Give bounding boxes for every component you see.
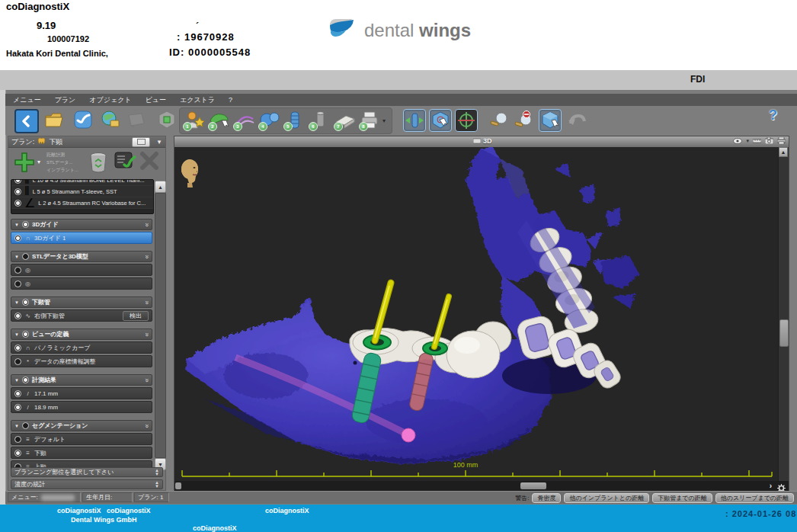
- axes-tool[interactable]: [455, 109, 478, 132]
- checklist-button[interactable]: [114, 151, 136, 174]
- scroll-thumb[interactable]: [520, 482, 546, 489]
- remove-disabled-button[interactable]: [139, 151, 161, 172]
- workflow-implant-icon[interactable]: 5: [283, 110, 306, 131]
- workflow-dropdown-caret[interactable]: ▾: [382, 117, 386, 124]
- view-type-icon: [473, 138, 481, 144]
- eye-dropdown-caret[interactable]: ▾: [746, 138, 749, 144]
- undo-button[interactable]: [566, 109, 587, 130]
- add-object-menu-preview: 距離計測 STLデータ... インプラント...: [46, 151, 86, 174]
- printer-icon[interactable]: [777, 137, 786, 144]
- camera-icon[interactable]: [765, 137, 773, 144]
- menu-view[interactable]: ビュー: [146, 95, 166, 105]
- import-globe-icon[interactable]: [100, 109, 121, 130]
- menu-menu[interactable]: メニュー: [13, 95, 41, 105]
- panel-window-button[interactable]: [132, 137, 150, 147]
- plan-panel: プラン: 下顕 ▾ ▾ 距離計測 STLデータ... インプラント...: [8, 136, 166, 491]
- render-canvas-3d[interactable]: 100 mm: [174, 147, 789, 481]
- orientation-head-icon[interactable]: [180, 158, 201, 191]
- back-button[interactable]: [14, 109, 39, 133]
- viewport-3d[interactable]: 3D ▾: [174, 136, 789, 491]
- viewport-horizontal-scrollbar[interactable]: ›: [174, 481, 789, 491]
- panel-scroll-up-button[interactable]: ▲: [155, 181, 166, 193]
- move-cube-tool[interactable]: [539, 109, 562, 132]
- implant-list-item[interactable]: ‖ L 10 ø 4.5 Straumann BONE LEVEL Titani…: [11, 179, 153, 186]
- coordinate-adjust-row[interactable]: * データの座標情報調整: [11, 355, 152, 367]
- visibility-radio[interactable]: [14, 188, 21, 195]
- section-header[interactable]: ▼ 計測結果»: [11, 374, 152, 386]
- eye-icon[interactable]: [733, 138, 742, 144]
- workflow-patient-icon[interactable]: 1: [183, 110, 206, 131]
- visibility-radio[interactable]: [14, 179, 21, 184]
- accent-mark: ´: [196, 21, 199, 32]
- workflow-spheres-icon[interactable]: 4: [258, 110, 281, 131]
- section-header[interactable]: ▼ STLデータと3D模型»: [11, 251, 152, 262]
- visibility-radio[interactable]: [14, 358, 21, 365]
- scroll-up-button[interactable]: ▲: [779, 147, 788, 157]
- segmentation-default-row[interactable]: ≡ デフォルト: [11, 433, 152, 445]
- panel-scrollbar[interactable]: [155, 193, 166, 458]
- section-header[interactable]: ▼ 下顕管»: [11, 296, 152, 308]
- measurement-row[interactable]: / 18.9 mm: [11, 401, 152, 413]
- measure-icon[interactable]: [753, 138, 761, 144]
- viewport-title: 3D: [473, 137, 492, 145]
- add-object-button[interactable]: [13, 151, 36, 174]
- license-number: 100007192: [47, 34, 89, 43]
- status-menu-cell: メニュー:: [8, 492, 81, 502]
- stl-row[interactable]: ◎: [11, 264, 152, 276]
- density-statistics-combo[interactable]: 濃度の統計▲▼: [11, 479, 163, 489]
- model-cube-icon[interactable]: [156, 109, 178, 130]
- measurement-row[interactable]: / 17.1 mm: [11, 387, 152, 399]
- workflow-segmentation-icon[interactable]: 2: [208, 110, 231, 131]
- menu-object[interactable]: オブジェクト: [89, 95, 131, 105]
- detect-button[interactable]: 検出: [123, 311, 149, 321]
- select-cube-tool[interactable]: [429, 109, 452, 132]
- visibility-radio[interactable]: [14, 404, 21, 411]
- planning-site-combo[interactable]: プランニング部位を選択して下さい▲▼: [11, 467, 163, 477]
- warning-bone-density[interactable]: 骨密度: [532, 493, 561, 503]
- segmentation-lower-row[interactable]: ≡ 下顕: [11, 447, 152, 459]
- export-disabled-icon[interactable]: [126, 109, 147, 130]
- section-header[interactable]: ▼ 3Dガイド»: [11, 219, 152, 230]
- visibility-radio[interactable]: [14, 235, 21, 242]
- scroll-left-nub[interactable]: [175, 482, 181, 489]
- zoom-tool[interactable]: [488, 109, 510, 130]
- viewport-vertical-scrollbar[interactable]: ▲: [778, 147, 789, 481]
- open-folder-icon[interactable]: [43, 109, 65, 130]
- section-segmentation: ▼ セグメンテーション» ≡ デフォルト ≡ 下顕 ≡ 上顕: [11, 420, 152, 473]
- section-header[interactable]: ▼ ビューの定義»: [11, 328, 152, 340]
- guide-row-selected[interactable]: ∩ 3Dガイド 1: [11, 232, 152, 244]
- visibility-radio[interactable]: [14, 200, 21, 207]
- visibility-radio[interactable]: [14, 436, 21, 443]
- scroll-right-button[interactable]: ›: [770, 481, 772, 491]
- section-stl-3d-model: ▼ STLデータと3D模型» ◎ ◎: [11, 251, 152, 290]
- panel-dropdown-caret[interactable]: ▾: [153, 137, 165, 147]
- section-header[interactable]: ▼ セグメンテーション»: [11, 420, 152, 431]
- help-button[interactable]: ?: [769, 107, 777, 123]
- stl-row[interactable]: ◎: [11, 277, 152, 290]
- visibility-radio[interactable]: [14, 390, 21, 397]
- visibility-radio[interactable]: [14, 345, 21, 351]
- warning-canal-distance[interactable]: 下顕管までの距離: [652, 493, 712, 503]
- scroll-thumb[interactable]: [779, 319, 789, 347]
- menu-help[interactable]: ?: [229, 96, 232, 104]
- menu-plan[interactable]: プラン: [55, 95, 76, 105]
- canal-row[interactable]: ∿ 右側下顕管 検出: [11, 309, 152, 322]
- add-object-caret[interactable]: ▾: [37, 159, 40, 165]
- visibility-radio[interactable]: [14, 280, 21, 287]
- warning-sleeve-distance[interactable]: 他のスリーブまでの距離: [715, 493, 794, 503]
- delete-object-button[interactable]: [88, 151, 110, 174]
- visibility-radio[interactable]: [14, 267, 21, 274]
- panoramic-curve-row[interactable]: ∩ パノラミックカーブ: [11, 341, 152, 354]
- workflow-guide-icon[interactable]: 7: [334, 110, 357, 131]
- workflow-curve-icon[interactable]: 3: [233, 110, 256, 131]
- workflow-sleeve-icon[interactable]: 6: [309, 110, 331, 131]
- plan-check-icon[interactable]: [72, 109, 94, 130]
- implant-list-item[interactable]: ∠ L 2 ø 4.5 Straumann RC Variobase for C…: [11, 197, 153, 209]
- workflow-print-icon[interactable]: 8: [359, 110, 382, 131]
- visibility-radio[interactable]: [14, 450, 21, 457]
- visibility-radio[interactable]: [14, 312, 21, 319]
- implant-align-tool[interactable]: [403, 109, 426, 132]
- menu-extras[interactable]: エクストラ: [180, 95, 215, 105]
- warning-implant-distance[interactable]: 他のインプラントとの距離: [564, 493, 649, 503]
- zoom-disabled-tool[interactable]: [513, 109, 534, 130]
